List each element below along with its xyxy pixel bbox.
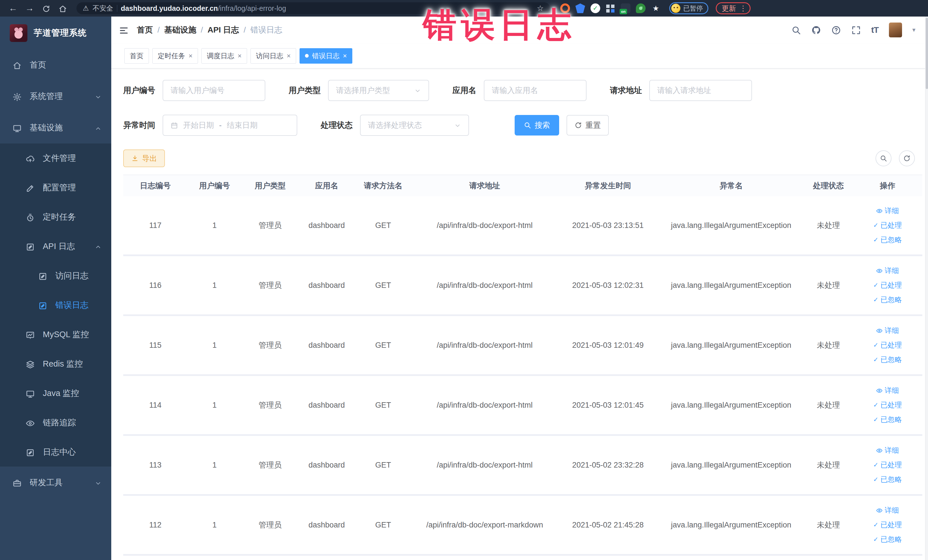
app-logo[interactable]: 芋道管理系统 [0, 17, 111, 49]
extension-check-icon[interactable]: ✓ [591, 3, 600, 13]
tag-home[interactable]: 首页 [124, 48, 149, 64]
collapse-sidebar-icon[interactable] [119, 24, 129, 36]
logo-image [10, 24, 27, 42]
sidebar-item-system[interactable]: 系统管理 [0, 81, 111, 112]
sidebar-item-error-log[interactable]: 错误日志 [0, 290, 111, 320]
mark-ignored-link[interactable]: ✓已忽略 [873, 535, 902, 544]
toggle-search-button[interactable] [876, 150, 891, 166]
mark-processed-link[interactable]: ✓已处理 [873, 221, 902, 230]
sidebar: 芋道管理系统 首页 系统管理 基础设施 [0, 17, 111, 560]
mark-ignored-link[interactable]: ✓已忽略 [873, 295, 902, 305]
sidebar-item-scheduled-task[interactable]: 定时任务 [0, 202, 111, 232]
sidebar-item-config-manage[interactable]: 配置管理 [0, 173, 111, 202]
browser-menu-icon[interactable]: ⋮ [739, 4, 747, 13]
search-button[interactable]: 搜索 [514, 115, 559, 136]
detail-link[interactable]: 详细 [876, 266, 899, 276]
mark-processed-link[interactable]: ✓已处理 [873, 281, 902, 290]
sidebar-item-trace[interactable]: 链路追踪 [0, 408, 111, 437]
end-date-placeholder[interactable]: 结束日期 [227, 120, 258, 130]
sidebar-item-log-center[interactable]: 日志中心 [0, 437, 111, 467]
breadcrumb-api-log[interactable]: API 日志 [208, 24, 239, 35]
extension-shield-icon[interactable] [575, 3, 585, 13]
browser-reload-icon[interactable] [40, 0, 53, 17]
extension-leaf-icon[interactable] [636, 3, 646, 13]
detail-link[interactable]: 详细 [876, 446, 899, 455]
help-icon[interactable] [831, 25, 841, 35]
sidebar-item-mysql-monitor[interactable]: MySQL 监控 [0, 320, 111, 349]
browser-profile-chip[interactable]: 已暂停 [669, 2, 708, 14]
request-url-input[interactable] [649, 80, 752, 101]
browser-back-icon[interactable]: ← [6, 0, 20, 17]
mark-ignored-link[interactable]: ✓已忽略 [873, 415, 902, 424]
user-id-input[interactable] [163, 80, 265, 101]
browser-forward-icon[interactable]: → [23, 0, 37, 17]
tag-scheduled-task[interactable]: 定时任务× [152, 48, 198, 64]
avatar-caret-icon[interactable]: ▾ [912, 26, 916, 34]
mark-ignored-link[interactable]: ✓已忽略 [873, 355, 902, 365]
close-icon[interactable]: × [238, 52, 242, 60]
scrollbar-thumb[interactable] [926, 18, 928, 89]
sidebar-item-access-log[interactable]: 访问日志 [0, 261, 111, 290]
tag-schedule-log[interactable]: 调度日志× [201, 48, 247, 64]
close-icon[interactable]: × [189, 52, 192, 60]
row-actions: 详细 ✓已处理 ✓已忽略 [853, 266, 922, 304]
fullscreen-icon[interactable] [851, 25, 861, 35]
log-icon [25, 447, 35, 458]
export-button[interactable]: 导出 [123, 150, 165, 167]
app-name-input[interactable] [484, 80, 586, 101]
toolbox-icon [12, 477, 22, 488]
cell-app-name: dashboard [299, 220, 355, 230]
security-label[interactable]: 不安全 [93, 4, 113, 13]
mark-processed-link[interactable]: ✓已处理 [873, 400, 902, 410]
sidebar-item-java-monitor[interactable]: Java 监控 [0, 378, 111, 408]
detail-link[interactable]: 详细 [876, 206, 899, 216]
sidebar-item-redis-monitor[interactable]: Redis 监控 [0, 349, 111, 378]
detail-link[interactable]: 详细 [876, 505, 899, 515]
tag-access-log[interactable]: 访问日志× [250, 48, 296, 64]
extension-proxy-icon[interactable]: on [621, 3, 630, 13]
browser-home-icon[interactable] [56, 0, 70, 17]
reset-button[interactable]: 重置 [566, 115, 609, 136]
mark-processed-link[interactable]: ✓已处理 [873, 340, 902, 350]
breadcrumb-infra[interactable]: 基础设施 [164, 24, 196, 35]
detail-link[interactable]: 详细 [876, 386, 899, 395]
extension-grid-icon[interactable] [606, 3, 615, 13]
refresh-table-button[interactable] [899, 150, 915, 166]
cell-method: GET [355, 460, 412, 470]
filter-label: 用户编号 [123, 85, 155, 96]
mark-ignored-link[interactable]: ✓已忽略 [873, 235, 902, 245]
close-icon[interactable]: × [287, 52, 291, 60]
cell-app-name: dashboard [299, 520, 355, 530]
detail-link[interactable]: 详细 [876, 326, 899, 336]
font-size-icon[interactable]: tT [871, 25, 879, 35]
close-icon[interactable]: × [343, 52, 347, 60]
tag-error-log[interactable]: 错误日志× [299, 48, 352, 64]
filter-label: 异常时间 [123, 120, 155, 131]
date-range-picker[interactable]: 开始日期 - 结束日期 [163, 115, 297, 136]
mark-processed-link[interactable]: ✓已处理 [873, 520, 902, 530]
scrollbar-track[interactable] [925, 17, 928, 560]
search-icon[interactable] [791, 25, 801, 35]
cell-status: 未处理 [804, 280, 853, 290]
mark-processed-link[interactable]: ✓已处理 [873, 460, 902, 470]
sidebar-item-file-manage[interactable]: 文件管理 [0, 143, 111, 173]
github-icon[interactable] [811, 25, 821, 35]
sidebar-bottom-section: 研发工具 [0, 467, 111, 498]
sidebar-item-dev-tools[interactable]: 研发工具 [0, 467, 111, 498]
extensions-puzzle-icon[interactable]: ★ [651, 3, 661, 13]
start-date-placeholder[interactable]: 开始日期 [183, 120, 214, 130]
breadcrumb-home[interactable]: 首页 [137, 24, 153, 35]
table-toolbar: 导出 [123, 150, 922, 167]
browser-update-button[interactable]: 更新 ⋮ [716, 2, 751, 14]
filter-row-1: 用户编号 用户类型 请选择用户类型 应用名 [123, 80, 922, 101]
sidebar-item-home[interactable]: 首页 [0, 49, 111, 81]
sidebar-item-api-log[interactable]: API 日志 [0, 232, 111, 261]
status-select[interactable]: 请选择处理状态 [360, 115, 469, 136]
filter-status: 处理状态 请选择处理状态 [321, 115, 469, 136]
mark-ignored-link[interactable]: ✓已忽略 [873, 475, 902, 484]
user-avatar[interactable] [889, 23, 902, 37]
sidebar-item-infra[interactable]: 基础设施 [0, 112, 111, 143]
filter-row-2: 异常时间 开始日期 - 结束日期 处理状态 请选择处理状态 [123, 115, 922, 136]
active-dot [305, 54, 309, 58]
user-type-select[interactable]: 请选择用户类型 [328, 80, 429, 101]
